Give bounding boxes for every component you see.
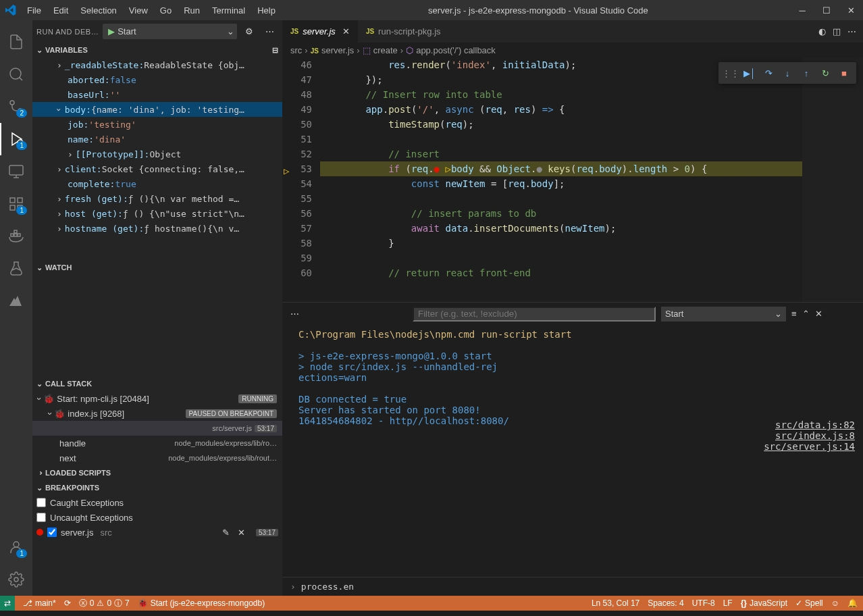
- compare-icon[interactable]: ◐: [818, 26, 826, 36]
- breadcrumb-segment[interactable]: src: [290, 45, 302, 55]
- extensions-icon[interactable]: 1: [0, 188, 32, 220]
- close-icon[interactable]: ✕: [238, 528, 245, 538]
- remote-indicator[interactable]: ⇄: [0, 596, 15, 611]
- debug-config-dropdown[interactable]: ▶ Start ⌄: [103, 24, 237, 39]
- menu-edit[interactable]: Edit: [48, 3, 74, 18]
- remote-explorer-icon[interactable]: [0, 155, 32, 188]
- breadcrumb-segment[interactable]: JSserver.js: [311, 45, 355, 55]
- breakpoints-header[interactable]: ⌄BREAKPOINTS: [32, 480, 282, 495]
- drag-handle-icon[interactable]: ⋮⋮: [721, 63, 740, 82]
- caught-exceptions[interactable]: Caught Exceptions: [32, 495, 282, 510]
- clear-icon[interactable]: ≡: [791, 309, 797, 319]
- encoding[interactable]: UTF-8: [692, 598, 715, 608]
- minimap[interactable]: [802, 57, 863, 302]
- uncaught-exceptions[interactable]: Uncaught Exceptions: [32, 510, 282, 525]
- maximize-button[interactable]: ☐: [820, 3, 833, 17]
- debug-status[interactable]: 🐞 Start (js-e2e-express-mongodb): [138, 598, 265, 608]
- variable-row[interactable]: [[Prototype]]: Object: [32, 147, 282, 161]
- docker-icon[interactable]: [0, 220, 32, 253]
- azure-icon[interactable]: [0, 285, 32, 317]
- gear-icon[interactable]: ⚙: [241, 26, 257, 36]
- breadcrumb-segment[interactable]: ⬡app.post('/') callback: [406, 45, 496, 55]
- watch-header[interactable]: ⌄WATCH: [32, 260, 282, 275]
- close-button[interactable]: ✕: [844, 3, 858, 17]
- feedback-icon[interactable]: ☺: [831, 598, 839, 608]
- variable-row[interactable]: aborted: false: [32, 72, 282, 87]
- branch-indicator[interactable]: ⎇ main*: [23, 598, 56, 608]
- source-link[interactable]: src/data.js:82: [764, 419, 855, 430]
- sync-indicator[interactable]: ⟳: [64, 598, 71, 608]
- session-dropdown[interactable]: Start ⌄: [661, 307, 786, 322]
- variable-row[interactable]: name: 'dina': [32, 132, 282, 147]
- play-icon[interactable]: ▶: [108, 26, 115, 36]
- variable-row[interactable]: host (get): ƒ () {\n"use strict"\n…: [32, 206, 282, 221]
- notifications-icon[interactable]: 🔔: [847, 598, 858, 608]
- close-panel-icon[interactable]: ✕: [815, 309, 822, 319]
- stack-frame[interactable]: handlenode_modules/express/lib/ro…: [32, 436, 282, 451]
- menu-go[interactable]: Go: [155, 3, 177, 18]
- variable-row[interactable]: fresh (get): ƒ (){\n var method =…: [32, 191, 282, 206]
- continue-icon[interactable]: ▶│: [740, 63, 759, 82]
- cursor-position[interactable]: Ln 53, Col 17: [592, 598, 639, 608]
- variable-row[interactable]: baseUrl: '': [32, 87, 282, 102]
- variable-row[interactable]: _readableState: ReadableState {obj…: [32, 57, 282, 72]
- breadcrumb-segment[interactable]: ⬚create: [363, 45, 398, 55]
- explorer-icon[interactable]: [0, 26, 32, 58]
- variable-row[interactable]: hostname (get): ƒ hostname(){\n v…: [32, 221, 282, 236]
- spell-check[interactable]: ✓ Spell: [795, 598, 823, 608]
- filter-input[interactable]: [413, 307, 656, 322]
- menu-run[interactable]: Run: [178, 3, 205, 18]
- stack-frame[interactable]: src/server.js53:17: [32, 421, 282, 436]
- collapse-icon[interactable]: ⌃: [802, 309, 810, 319]
- restart-icon[interactable]: ↻: [816, 63, 835, 82]
- eol[interactable]: LF: [723, 598, 733, 608]
- debug-icon[interactable]: 1: [0, 123, 32, 155]
- menu-terminal[interactable]: Terminal: [207, 3, 251, 18]
- split-editor-icon[interactable]: ◫: [833, 26, 841, 36]
- call-stack-thread[interactable]: › 🐞 index.js [9268] PAUSED ON BREAKPOINT: [32, 406, 282, 421]
- more-icon[interactable]: ⋯: [847, 26, 856, 36]
- step-into-icon[interactable]: ↓: [778, 63, 797, 82]
- debug-console-input[interactable]: ›process.en: [282, 577, 863, 596]
- language-mode[interactable]: {} JavaScript: [741, 598, 787, 608]
- close-tab-icon[interactable]: ✕: [342, 26, 350, 36]
- menu-selection[interactable]: Selection: [75, 3, 122, 18]
- loaded-scripts-header[interactable]: ⌄LOADED SCRIPTS: [32, 465, 282, 480]
- indentation[interactable]: Spaces: 4: [648, 598, 683, 608]
- bp-checkbox[interactable]: [47, 528, 57, 537]
- debug-console-output[interactable]: C:\Program Files\nodejs\npm.cmd run-scri…: [282, 325, 863, 577]
- menu-help[interactable]: Help: [252, 3, 281, 18]
- accounts-icon[interactable]: 1: [0, 531, 32, 563]
- edit-icon[interactable]: ✎: [222, 528, 230, 538]
- variables-header[interactable]: ⌄VARIABLES ⊟: [32, 43, 282, 57]
- tab-run-script-pkg-js[interactable]: JSrun-script-pkg.js: [358, 20, 449, 43]
- search-icon[interactable]: [0, 58, 32, 91]
- call-stack-session[interactable]: › 🐞 Start: npm-cli.js [20484] RUNNING: [32, 391, 282, 406]
- stop-icon[interactable]: ■: [835, 63, 854, 82]
- variable-row[interactable]: job: 'testing': [32, 117, 282, 132]
- menu-file[interactable]: File: [22, 3, 47, 18]
- source-link[interactable]: src/server.js:14: [764, 441, 855, 452]
- menu-view[interactable]: View: [124, 3, 153, 18]
- variable-row[interactable]: body: {name: 'dina', job: 'testing…: [32, 102, 282, 117]
- breadcrumb[interactable]: src›JSserver.js›⬚create›⬡app.post('/') c…: [282, 43, 863, 57]
- call-stack-header[interactable]: ⌄CALL STACK: [32, 376, 282, 391]
- scm-icon[interactable]: 2: [0, 91, 32, 123]
- variable-row[interactable]: complete: true: [32, 176, 282, 191]
- more-icon[interactable]: ⋯: [261, 26, 278, 36]
- step-over-icon[interactable]: ↷: [759, 63, 778, 82]
- step-out-icon[interactable]: ↑: [797, 63, 816, 82]
- variable-row[interactable]: client: Socket {connecting: false,…: [32, 161, 282, 176]
- panel-more-icon[interactable]: ⋯: [290, 309, 299, 319]
- uncaught-checkbox[interactable]: [36, 513, 46, 522]
- testing-icon[interactable]: [0, 253, 32, 285]
- minimize-button[interactable]: ─: [795, 3, 809, 17]
- code-editor[interactable]: 4647484950515253▷54555657585960 res.rend…: [282, 57, 863, 302]
- settings-gear-icon[interactable]: [0, 563, 32, 596]
- stack-frame[interactable]: nextnode_modules/express/lib/rout…: [32, 451, 282, 465]
- caught-checkbox[interactable]: [36, 498, 46, 507]
- collapse-all-icon[interactable]: ⊟: [272, 46, 278, 55]
- breakpoint-item[interactable]: server.js src ✎ ✕ 53:17: [32, 525, 282, 540]
- problems-indicator[interactable]: ⓧ 0 ⚠ 0 ⓘ 7: [79, 598, 130, 609]
- tab-server-js[interactable]: JSserver.js✕: [282, 20, 358, 43]
